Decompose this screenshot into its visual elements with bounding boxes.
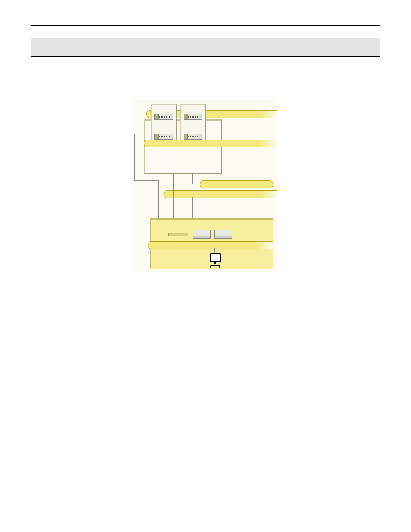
wire-frame-h2: [134, 180, 159, 181]
unit-tail-icon: [170, 114, 173, 119]
room-slim-device: [168, 233, 188, 236]
unit-header-icon: [155, 134, 159, 139]
room-box-1: [193, 230, 211, 239]
unit-ports-icon: [157, 136, 170, 137]
wire-frame-h: [134, 134, 145, 134]
rack-right-unit-2: [184, 134, 202, 140]
bus-short: [200, 180, 273, 188]
rack-left-unit-2: [154, 134, 173, 140]
keyboard-icon: [210, 265, 220, 268]
bus-3: [164, 190, 277, 198]
unit-header-icon: [184, 114, 188, 119]
unit-ports-icon: [187, 136, 199, 137]
body-area: [0, 100, 411, 272]
rack-left-unit-1: [154, 114, 173, 120]
rack-right-unit-1: [184, 114, 202, 120]
network-diagram: [134, 100, 277, 272]
equipment-room: [150, 218, 273, 269]
unit-ports-icon: [157, 116, 170, 118]
unit-tail-icon: [199, 114, 202, 119]
unit-header-icon: [155, 114, 159, 119]
unit-header-icon: [184, 134, 188, 139]
wire-right-elbow: [192, 184, 200, 184]
room-box-2: [214, 230, 232, 239]
wire-frame-v1: [134, 134, 135, 181]
unit-ports-icon: [187, 116, 199, 118]
unit-tail-icon: [170, 134, 173, 139]
page: [0, 0, 411, 532]
bus-4: [148, 241, 273, 249]
header-area: [0, 0, 411, 57]
monitor-base-icon: [212, 264, 218, 264]
info-callout: [31, 38, 380, 57]
running-head-rule: [31, 16, 380, 26]
bus-2: [144, 140, 277, 147]
monitor-icon: [210, 253, 221, 262]
unit-tail-icon: [199, 134, 202, 139]
workstation-icon: [210, 253, 220, 268]
wire-right-drop: [192, 173, 193, 184]
